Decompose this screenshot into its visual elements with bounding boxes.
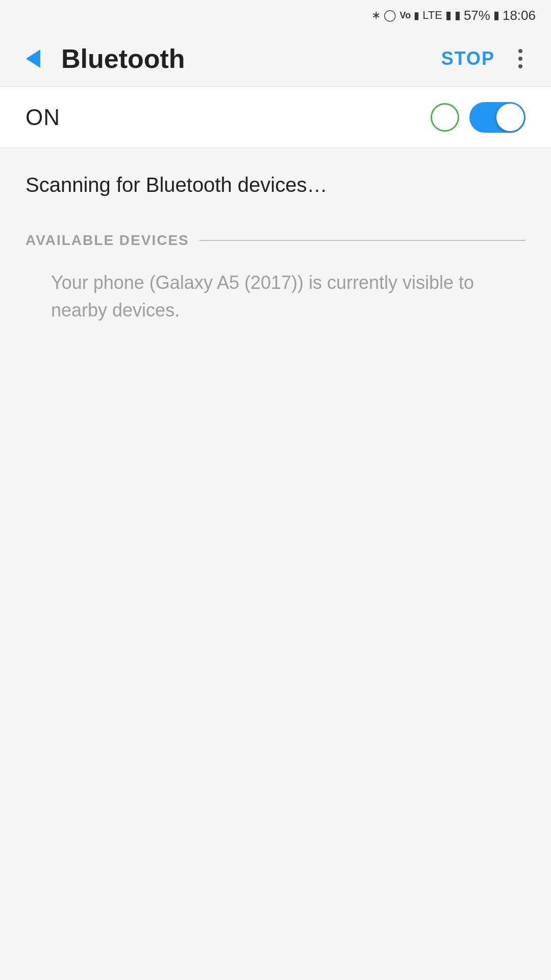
dot-icon [518,49,522,53]
lte-label: LTE [422,9,442,22]
available-devices-section: AVAILABLE DEVICES Your phone (Galaxy A5 … [0,212,551,334]
signal-icon: ▮ [445,9,452,22]
scanning-indicator [431,103,459,132]
back-chevron-icon [26,50,40,68]
visibility-text: Your phone (Galaxy A5 (2017)) is current… [26,269,525,324]
toggle-thumb [496,104,524,131]
sim-icon: ▮ [414,9,419,21]
stop-button[interactable]: STOP [431,43,505,75]
section-divider [199,240,525,241]
toggle-track [469,102,525,133]
app-bar: Bluetooth STOP [0,31,551,87]
alarm-icon: ◯ [384,9,396,22]
section-header: AVAILABLE DEVICES [26,232,525,249]
content-area: ON Scanning for Bluetooth devices… AVAIL… [0,87,551,801]
clock: 18:06 [503,8,536,23]
battery-percent: 57% [464,8,490,23]
page-title: Bluetooth [51,43,431,74]
dot-icon [518,64,522,68]
on-label: ON [26,105,431,130]
more-options-button[interactable] [505,41,536,77]
signal-bars-icon: ▮ [455,9,461,22]
bluetooth-status-icon: ∗ [371,9,381,22]
bluetooth-toggle-row: ON [0,87,551,148]
scanning-text: Scanning for Bluetooth devices… [26,174,327,196]
scanning-section: Scanning for Bluetooth devices… [0,148,551,212]
status-icons: ∗ ◯ Vo ▮ LTE ▮ ▮ 57% ▮ 18:06 [371,8,536,23]
bluetooth-toggle[interactable] [469,102,525,133]
battery-icon: ▮ [493,9,499,22]
dot-icon [518,57,522,61]
volte-icon: Vo [399,10,411,21]
status-bar: ∗ ◯ Vo ▮ LTE ▮ ▮ 57% ▮ 18:06 [0,0,551,31]
section-title: AVAILABLE DEVICES [26,232,189,249]
back-button[interactable] [15,41,51,77]
